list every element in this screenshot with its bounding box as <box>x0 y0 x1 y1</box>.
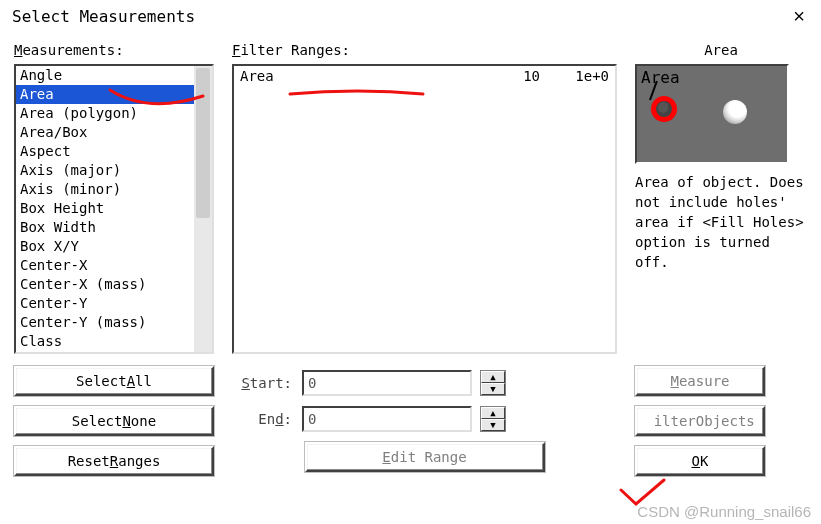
scrollbar[interactable] <box>194 66 212 352</box>
spin-up-icon[interactable]: ▲ <box>481 407 505 419</box>
list-item[interactable]: Center-X <box>16 256 212 275</box>
spin-up-icon[interactable]: ▲ <box>481 371 505 383</box>
filter-ranges-listbox[interactable]: Area101e+0 <box>232 64 617 354</box>
list-item[interactable]: Center-Y (mass) <box>16 313 212 332</box>
measurements-listbox[interactable]: AngleAreaArea (polygon)Area/BoxAspectAxi… <box>14 64 214 354</box>
preview-highlight-blob <box>651 96 677 122</box>
preview-other-blob <box>723 100 747 124</box>
filter-ranges-label: Filter Ranges: <box>232 42 617 58</box>
list-item[interactable]: Center-Y <box>16 294 212 313</box>
watermark: CSDN @Running_snail66 <box>637 503 811 520</box>
end-spinner[interactable]: ▲ ▼ <box>480 406 506 432</box>
preview-heading: Area <box>635 42 807 58</box>
end-label: End: <box>232 411 292 427</box>
filter-name: Area <box>240 68 460 84</box>
start-input[interactable] <box>302 370 472 396</box>
filter-objects-button[interactable]: Filter Objects <box>635 406 765 436</box>
spin-down-icon[interactable]: ▼ <box>481 419 505 431</box>
list-item[interactable]: Angle <box>16 66 212 85</box>
close-icon[interactable]: × <box>787 4 811 28</box>
list-item[interactable]: Box X/Y <box>16 237 212 256</box>
reset-ranges-button[interactable]: Reset Ranges <box>14 446 214 476</box>
list-item[interactable]: Axis (minor) <box>16 180 212 199</box>
filter-range-row[interactable]: Area101e+0 <box>240 68 609 84</box>
end-input[interactable] <box>302 406 472 432</box>
start-spinner[interactable]: ▲ ▼ <box>480 370 506 396</box>
list-item[interactable]: Axis (major) <box>16 161 212 180</box>
list-item[interactable]: Center-X (mass) <box>16 275 212 294</box>
start-label: Start: <box>232 375 292 391</box>
select-all-button[interactable]: Select All <box>14 366 214 396</box>
ok-button[interactable]: OK <box>635 446 765 476</box>
scroll-thumb[interactable] <box>196 68 210 218</box>
window-title: Select Measurements <box>12 7 195 26</box>
select-none-button[interactable]: Select None <box>14 406 214 436</box>
list-item[interactable]: Area/Box <box>16 123 212 142</box>
filter-start: 10 <box>460 68 540 84</box>
preview-image: Area <box>635 64 789 164</box>
list-item[interactable]: Area <box>16 85 212 104</box>
list-item[interactable]: Box Width <box>16 218 212 237</box>
edit-range-button[interactable]: Edit Range <box>305 442 545 472</box>
list-item[interactable]: Aspect <box>16 142 212 161</box>
measurements-label: Measurements: <box>14 42 214 58</box>
spin-down-icon[interactable]: ▼ <box>481 383 505 395</box>
list-item[interactable]: Box Height <box>16 199 212 218</box>
measurement-description: Area of object. Does not include holes' … <box>635 172 805 272</box>
list-item[interactable]: Area (polygon) <box>16 104 212 123</box>
filter-end: 1e+0 <box>540 68 609 84</box>
list-item[interactable]: Class <box>16 332 212 351</box>
measure-button[interactable]: Measure <box>635 366 765 396</box>
